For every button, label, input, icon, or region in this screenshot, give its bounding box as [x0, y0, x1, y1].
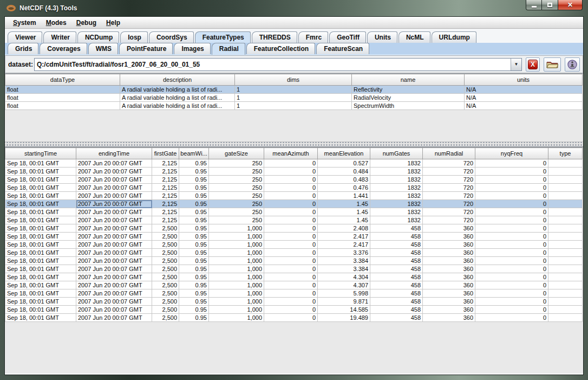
table-row[interactable]: floatA radial variable holding a list of…	[5, 102, 583, 110]
cell[interactable]: Reflectivity	[352, 86, 465, 94]
cell[interactable]: 1	[235, 102, 352, 110]
cell[interactable]: 360	[423, 298, 475, 306]
table-row[interactable]: Sep 18, 00:01 GMT2007 Jun 20 00:07 GMT2,…	[5, 176, 583, 184]
table-row[interactable]: Sep 18, 00:01 GMT2007 Jun 20 00:07 GMT2,…	[5, 249, 583, 257]
cell[interactable]: 2.417	[318, 241, 370, 249]
cell[interactable]: 2,500	[152, 289, 179, 298]
cell[interactable]: 1,000	[209, 298, 264, 306]
table-row[interactable]: floatA radial variable holding a list of…	[5, 94, 583, 102]
menu-debug[interactable]: Debug	[71, 18, 101, 28]
dataset-combobox[interactable]: Q:/cdmUnitTest/ft/radial/fosr1_2007_06_2…	[34, 58, 522, 71]
cell[interactable]: 0.95	[179, 257, 209, 265]
column-header-endingtime[interactable]: endingTime	[76, 148, 152, 159]
cell[interactable]: 2007 Jun 20 00:07 GMT	[76, 176, 152, 184]
table-row[interactable]: floatA radial variable holding a list of…	[5, 86, 583, 94]
cell[interactable]	[548, 208, 583, 216]
cell[interactable]: 2,125	[152, 216, 179, 224]
cell[interactable]: 0.95	[179, 265, 209, 273]
cell[interactable]	[548, 257, 583, 265]
tab-iosp[interactable]: Iosp	[120, 31, 148, 43]
table-row[interactable]: Sep 18, 00:01 GMT2007 Jun 20 00:07 GMT2,…	[5, 298, 583, 306]
column-header-nyqfreq[interactable]: nyqFreq	[475, 148, 548, 159]
cell[interactable]: SpectrumWidth	[352, 102, 465, 110]
cell[interactable]: 360	[423, 257, 475, 265]
table-row[interactable]: Sep 18, 00:01 GMT2007 Jun 20 00:07 GMT2,…	[5, 224, 583, 233]
cell[interactable]: 250	[209, 176, 264, 184]
maximize-button[interactable]	[542, 0, 558, 10]
cell[interactable]: 458	[370, 314, 423, 322]
cell[interactable]: 1832	[370, 208, 423, 216]
cell[interactable]: 720	[423, 176, 475, 184]
cell[interactable]: 0	[264, 273, 318, 281]
column-header-type[interactable]: type	[548, 148, 583, 159]
cell[interactable]: 2,125	[152, 184, 179, 192]
cell[interactable]: 2,125	[152, 200, 179, 208]
cell[interactable]: 3.376	[318, 249, 370, 257]
table-row[interactable]: Sep 18, 00:01 GMT2007 Jun 20 00:07 GMT2,…	[5, 192, 583, 200]
tab-fmrc[interactable]: Fmrc	[298, 31, 328, 43]
cell[interactable]: 1832	[370, 200, 423, 208]
cell[interactable]: 0	[264, 184, 318, 192]
cell[interactable]: 1832	[370, 159, 423, 168]
cell[interactable]: 2,125	[152, 176, 179, 184]
cell[interactable]: 2,500	[152, 257, 179, 265]
cell[interactable]: 360	[423, 314, 475, 322]
cell[interactable]: 0.95	[179, 314, 209, 322]
column-header-meanelevation[interactable]: meanElevation	[318, 148, 370, 159]
cell[interactable]: 1,000	[209, 306, 264, 314]
cell[interactable]	[548, 306, 583, 314]
cell[interactable]: 0	[475, 289, 548, 298]
cell[interactable]: 0	[264, 265, 318, 273]
close-button[interactable]: ✕	[558, 0, 583, 10]
cell[interactable]: 0	[475, 200, 548, 208]
menu-help[interactable]: Help	[101, 18, 125, 28]
tab-ncdump[interactable]: NCDump	[77, 31, 119, 43]
cell[interactable]: 250	[209, 208, 264, 216]
cell[interactable]	[548, 241, 583, 249]
cell[interactable]: 458	[370, 233, 423, 241]
cell[interactable]: 458	[370, 273, 423, 281]
table-row[interactable]: Sep 18, 00:01 GMT2007 Jun 20 00:07 GMT2,…	[5, 216, 583, 224]
cell[interactable]: Sep 18, 00:01 GMT	[5, 314, 76, 322]
cell[interactable]: 360	[423, 241, 475, 249]
cell[interactable]: 1832	[370, 184, 423, 192]
split-pane-divider[interactable]	[5, 141, 583, 147]
cell[interactable]: 0	[475, 273, 548, 281]
cell[interactable]: 458	[370, 265, 423, 273]
cell[interactable]: 250	[209, 200, 264, 208]
cell[interactable]: 2,125	[152, 159, 179, 168]
cell[interactable]: 2,500	[152, 273, 179, 281]
menu-modes[interactable]: Modes	[41, 18, 71, 28]
menu-system[interactable]: System	[8, 18, 41, 28]
cell[interactable]: 2007 Jun 20 00:07 GMT	[76, 289, 152, 298]
cell[interactable]: 1,000	[209, 249, 264, 257]
cell[interactable]: 360	[423, 249, 475, 257]
cell[interactable]: 2007 Jun 20 00:07 GMT	[76, 184, 152, 192]
table-row[interactable]: Sep 18, 00:01 GMT2007 Jun 20 00:07 GMT2,…	[5, 314, 583, 322]
cell[interactable]: 0	[264, 281, 318, 289]
cell[interactable]: 0.95	[179, 306, 209, 314]
cell[interactable]: 0.95	[179, 281, 209, 289]
cell[interactable]: 9.871	[318, 298, 370, 306]
cell[interactable]	[548, 200, 583, 208]
cell[interactable]: 2007 Jun 20 00:07 GMT	[76, 241, 152, 249]
cell[interactable]: 1.45	[318, 200, 370, 208]
cell[interactable]: 0.527	[318, 159, 370, 168]
cell[interactable]: 2007 Jun 20 00:07 GMT	[76, 281, 152, 289]
cell[interactable]: 1,000	[209, 265, 264, 273]
tab-ncml[interactable]: NcML	[398, 31, 430, 43]
cell[interactable]: 458	[370, 281, 423, 289]
cell[interactable]	[548, 159, 583, 168]
cell[interactable]: 1,000	[209, 224, 264, 233]
column-header-datatype[interactable]: dataType	[5, 74, 120, 86]
cell[interactable]: 458	[370, 306, 423, 314]
tab-images[interactable]: Images	[174, 43, 210, 54]
tab-viewer[interactable]: Viewer	[8, 31, 42, 43]
tab-featurescan[interactable]: FeatureScan	[316, 43, 369, 54]
cell[interactable]: 458	[370, 298, 423, 306]
cell[interactable]: 0.95	[179, 176, 209, 184]
table-row[interactable]: Sep 18, 00:01 GMT2007 Jun 20 00:07 GMT2,…	[5, 281, 583, 289]
cell[interactable]: Sep 18, 00:01 GMT	[5, 168, 76, 176]
cell[interactable]: 5.998	[318, 289, 370, 298]
table-row[interactable]: Sep 18, 00:01 GMT2007 Jun 20 00:07 GMT2,…	[5, 168, 583, 176]
